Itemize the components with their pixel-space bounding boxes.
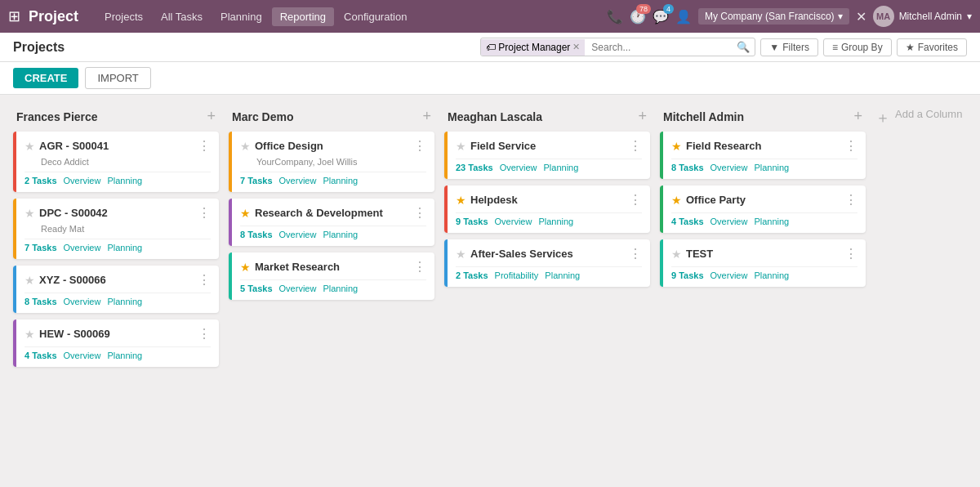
task-count[interactable]: 8 Tasks <box>24 297 57 306</box>
task-count[interactable]: 8 Tasks <box>240 230 273 239</box>
more-icon[interactable]: ⋮ <box>198 328 211 341</box>
card-link[interactable]: Planning <box>323 176 358 185</box>
search-input[interactable] <box>585 39 732 56</box>
star-icon[interactable]: ★ <box>456 248 466 261</box>
card-link[interactable]: Planning <box>107 351 142 360</box>
nav-configuration[interactable]: Configuration <box>336 7 415 26</box>
star-icon[interactable]: ★ <box>240 207 251 220</box>
star-icon: ★ <box>906 42 915 53</box>
card-subtitle: YourCompany, Joel Willis <box>240 157 426 167</box>
import-button[interactable]: IMPORT <box>85 67 150 89</box>
more-icon[interactable]: ⋮ <box>629 248 642 261</box>
card-link[interactable]: Planning <box>754 270 789 280</box>
create-button[interactable]: CREATE <box>13 68 78 88</box>
nav-planning[interactable]: Planning <box>212 7 270 26</box>
card-link[interactable]: Overview <box>64 243 101 252</box>
more-icon[interactable]: ⋮ <box>629 140 642 153</box>
card-link[interactable]: Overview <box>710 217 748 226</box>
project-card: ★ TEST ⋮ 9 Tasks OverviewPlanning <box>660 239 866 287</box>
more-icon[interactable]: ⋮ <box>198 207 211 220</box>
card-link[interactable]: Overview <box>710 163 748 172</box>
card-link[interactable]: Overview <box>64 176 101 185</box>
project-card: ★ DPC - S00042 ⋮ Ready Mat 7 Tasks Overv… <box>13 199 219 259</box>
column-add-icon[interactable]: + <box>422 108 431 125</box>
column-add-icon[interactable]: + <box>207 108 216 125</box>
message-icon[interactable]: 💬 4 <box>653 9 669 25</box>
star-icon[interactable]: ★ <box>24 328 35 341</box>
task-count[interactable]: 4 Tasks <box>671 217 704 226</box>
groupby-button[interactable]: ≡ Group By <box>823 38 892 56</box>
task-count[interactable]: 7 Tasks <box>24 243 57 252</box>
add-column-button[interactable]: ＋ Add a Column <box>875 105 962 373</box>
task-count[interactable]: 2 Tasks <box>24 176 57 185</box>
card-link[interactable]: Planning <box>538 217 573 226</box>
star-icon[interactable]: ★ <box>24 207 35 220</box>
task-count[interactable]: 7 Tasks <box>240 176 273 185</box>
task-count[interactable]: 2 Tasks <box>456 270 488 280</box>
column-add-icon[interactable]: + <box>853 108 862 125</box>
card-link[interactable]: Planning <box>754 217 789 226</box>
card-link[interactable]: Planning <box>754 163 789 172</box>
more-icon[interactable]: ⋮ <box>413 261 426 274</box>
task-count[interactable]: 9 Tasks <box>671 270 704 280</box>
timer-icon[interactable]: 🕐 78 <box>630 9 646 25</box>
more-icon[interactable]: ⋮ <box>198 140 211 153</box>
card-link[interactable]: Planning <box>107 176 142 185</box>
card-title: TEST <box>686 248 713 261</box>
star-icon[interactable]: ★ <box>671 194 682 207</box>
favorites-button[interactable]: ★ Favorites <box>897 38 967 56</box>
star-icon[interactable]: ★ <box>456 194 466 207</box>
card-link[interactable]: Planning <box>544 163 579 172</box>
close-icon[interactable]: ✕ <box>856 9 866 25</box>
more-icon[interactable]: ⋮ <box>198 274 211 287</box>
star-icon[interactable]: ★ <box>671 140 682 153</box>
card-link[interactable]: Planning <box>545 270 580 280</box>
card-link[interactable]: Overview <box>64 351 101 360</box>
filters-button[interactable]: ▼ Filters <box>760 38 818 56</box>
column-add-icon[interactable]: + <box>638 108 647 125</box>
card-link[interactable]: Planning <box>107 243 142 252</box>
star-icon[interactable]: ★ <box>240 261 251 274</box>
nav-all-tasks[interactable]: All Tasks <box>153 7 211 26</box>
nav-reporting[interactable]: Reporting <box>272 7 334 26</box>
more-icon[interactable]: ⋮ <box>844 248 858 261</box>
more-icon[interactable]: ⋮ <box>629 194 642 207</box>
card-title: Field Service <box>470 140 536 154</box>
company-selector[interactable]: My Company (San Francisco) ▾ <box>698 8 849 25</box>
phone-icon[interactable]: 📞 <box>607 9 623 25</box>
card-link[interactable]: Overview <box>64 297 101 306</box>
task-count[interactable]: 9 Tasks <box>456 217 488 226</box>
card-link[interactable]: Planning <box>323 284 358 293</box>
task-count[interactable]: 8 Tasks <box>671 163 704 172</box>
more-icon[interactable]: ⋮ <box>413 140 426 153</box>
star-icon[interactable]: ★ <box>24 274 35 287</box>
task-count[interactable]: 23 Tasks <box>456 163 493 172</box>
card-link[interactable]: Planning <box>323 230 358 239</box>
star-icon[interactable]: ★ <box>671 248 682 261</box>
user-menu[interactable]: MA Mitchell Admin ▾ <box>873 6 972 27</box>
grid-icon[interactable]: ⊞ <box>8 7 20 25</box>
filter-remove-icon[interactable]: ✕ <box>572 42 580 52</box>
star-icon[interactable]: ★ <box>240 140 251 153</box>
card-link[interactable]: Overview <box>495 217 532 226</box>
task-count[interactable]: 5 Tasks <box>240 284 273 293</box>
card-link[interactable]: Overview <box>279 284 317 293</box>
search-icon[interactable]: 🔍 <box>732 38 755 56</box>
card-link[interactable]: Planning <box>107 297 142 306</box>
column-title: Meaghan Lascala <box>448 110 542 123</box>
card-link[interactable]: Overview <box>279 230 317 239</box>
nav-projects[interactable]: Projects <box>96 7 151 26</box>
card-link[interactable]: Profitability <box>495 270 539 280</box>
more-icon[interactable]: ⋮ <box>844 194 858 207</box>
person-icon[interactable]: 👤 <box>675 9 692 25</box>
star-icon[interactable]: ★ <box>456 140 466 153</box>
star-icon[interactable]: ★ <box>24 140 35 153</box>
card-link[interactable]: Overview <box>500 163 537 172</box>
column-header: Frances Pierce + <box>13 105 219 132</box>
card-link[interactable]: Overview <box>710 270 748 280</box>
card-title: Field Research <box>686 140 762 154</box>
more-icon[interactable]: ⋮ <box>844 140 858 153</box>
card-link[interactable]: Overview <box>279 176 317 185</box>
task-count[interactable]: 4 Tasks <box>24 351 57 360</box>
more-icon[interactable]: ⋮ <box>413 207 426 220</box>
